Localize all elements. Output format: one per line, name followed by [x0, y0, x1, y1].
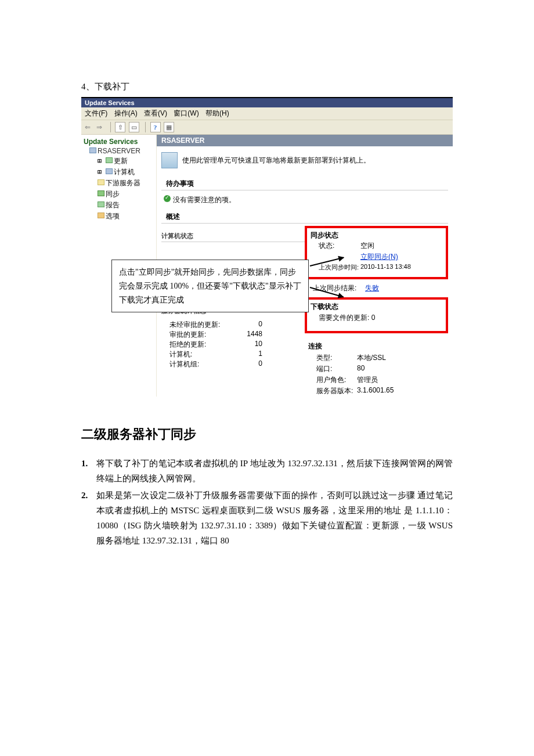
- menu-window[interactable]: 窗口(W): [174, 109, 199, 117]
- tool-help-icon[interactable]: ?: [150, 122, 161, 132]
- menu-bar: 文件(F) 操作(A) 查看(V) 窗口(W) 帮助(H): [81, 107, 453, 120]
- todo-item: 没有需要注意的项。: [157, 193, 453, 207]
- todo-heading: 待办事项: [161, 174, 448, 190]
- download-status-box: 下载状态 需要文件的更新: 0: [305, 297, 448, 333]
- tool-up-icon[interactable]: ⇧: [115, 122, 125, 132]
- toolbar: ⇐ ⇒ ⇧ ▭ ? ▦: [81, 120, 453, 135]
- tree-updates[interactable]: ⊞ 更新: [81, 156, 156, 167]
- steps-list: 1.将下载了补丁的笔记本或者虚拟机的 IP 地址改为 132.97.32.131…: [81, 456, 453, 549]
- server-stats-table: 未经审批的更新:0 审批的更新:1448 拒绝的更新:10 计算机:1 计算机组…: [161, 319, 305, 369]
- nav-back-icon[interactable]: ⇐: [85, 123, 91, 132]
- connection-table: 类型:本地/SSL 端口:80 用户角色:管理员 服务器版本:3.1.6001.…: [305, 352, 448, 397]
- screenshot-container: Update Services 文件(F) 操作(A) 查看(V) 窗口(W) …: [81, 97, 453, 397]
- pane-title: RSASERVER: [157, 135, 453, 146]
- ok-icon: [164, 195, 171, 202]
- computer-status-heading: 计算机状态: [161, 229, 305, 242]
- section-2-heading: 二级服务器补丁同步: [81, 426, 453, 443]
- tree-computers[interactable]: ⊞ 计算机: [81, 167, 156, 178]
- tree-sync[interactable]: 同步: [81, 189, 156, 200]
- nav-forward-icon[interactable]: ⇒: [96, 123, 102, 132]
- step-item: 2.如果是第一次设定二级补丁升级服务器需要做下面的操作，否则可以跳过这一步骤 通…: [81, 488, 453, 549]
- sync-status-heading: 同步状态: [311, 231, 442, 240]
- download-status-heading: 下载状态: [311, 302, 442, 312]
- pane-desc-text: 使用此管理单元可快速且可靠地将最新更新部署到计算机上。: [182, 156, 370, 165]
- download-status-text: 需要文件的更新: 0: [311, 312, 442, 326]
- menu-action[interactable]: 操作(A): [114, 109, 138, 117]
- menu-help[interactable]: 帮助(H): [205, 109, 229, 117]
- tree-downstream[interactable]: 下游服务器: [81, 178, 156, 189]
- sync-now-link[interactable]: 立即同步(N): [360, 253, 398, 261]
- sync-status-box: 同步状态 状态:空闲 立即同步(N) 上次同步时间:2010-11-13 13:…: [305, 226, 448, 279]
- tree-root[interactable]: Update Services: [81, 137, 156, 146]
- tree-reports[interactable]: 报告: [81, 200, 156, 211]
- annotation-callout: 点击"立即同步"就开始同步，先同步数据库，同步完会显示完成 100%，但还要等"…: [111, 260, 309, 312]
- server-icon: [161, 152, 178, 168]
- content-pane: RSASERVER 使用此管理单元可快速且可靠地将最新更新部署到计算机上。 待办…: [157, 135, 453, 397]
- overview-heading: 概述: [161, 207, 448, 224]
- window-title: Update Services: [81, 98, 453, 107]
- tree-server[interactable]: RSASERVER: [81, 146, 156, 156]
- tool-props-icon[interactable]: ▭: [129, 122, 139, 132]
- tree-options[interactable]: 选项: [81, 211, 156, 222]
- tool-refresh-icon[interactable]: ▦: [164, 122, 174, 132]
- last-result-link[interactable]: 失败: [365, 283, 379, 293]
- connection-heading: 连接: [305, 337, 448, 352]
- section-number: 4、下载补丁: [81, 81, 453, 92]
- menu-view[interactable]: 查看(V): [144, 109, 167, 117]
- menu-file[interactable]: 文件(F): [85, 109, 107, 117]
- step-item: 1.将下载了补丁的笔记本或者虚拟机的 IP 地址改为 132.97.32.131…: [81, 456, 453, 487]
